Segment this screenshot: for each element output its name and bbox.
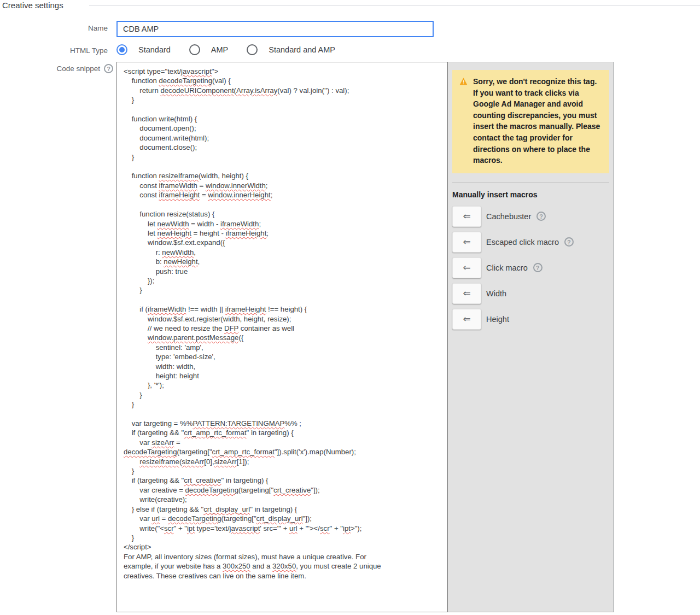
- tag-warning-box: Sorry, we don't recognize this tag. If y…: [452, 70, 609, 173]
- radio-option-label: Standard: [138, 45, 171, 54]
- insert-left-arrow-icon: ⇐: [463, 313, 470, 325]
- code-snippet-label: Code snippet: [56, 65, 100, 73]
- macro-row-width: ⇐ Width: [452, 283, 614, 304]
- insert-escaped-click-macro-button[interactable]: ⇐: [452, 232, 481, 253]
- help-icon[interactable]: ?: [533, 263, 542, 272]
- warning-text: Sorry, we don't recognize this tag. If y…: [473, 76, 603, 166]
- warning-icon: [459, 77, 468, 85]
- macro-label: Click macro: [486, 263, 528, 272]
- macro-label: Cachebuster: [486, 212, 531, 221]
- insert-left-arrow-icon: ⇐: [463, 288, 470, 299]
- html-type-radio-group: Standard AMP Standard and AMP: [116, 44, 354, 55]
- radio-icon[interactable]: [189, 44, 200, 55]
- radio-option-standard[interactable]: Standard: [116, 44, 171, 55]
- radio-icon[interactable]: [247, 44, 258, 55]
- radio-icon[interactable]: [116, 44, 127, 55]
- macro-list: ⇐ Cachebuster ? ⇐ Escaped click macro ? …: [448, 206, 614, 330]
- name-label: Name: [0, 24, 108, 32]
- macros-section-title: Manually insert macros: [452, 190, 614, 199]
- insert-left-arrow-icon: ⇐: [463, 210, 470, 222]
- radio-option-label: Standard and AMP: [269, 45, 335, 54]
- title-divider: [89, 5, 700, 6]
- radio-option-label: AMP: [211, 45, 228, 54]
- creative-settings-main: <script type="text/javascript"> function…: [116, 62, 614, 612]
- insert-height-button[interactable]: ⇐: [452, 309, 481, 330]
- macro-label: Escaped click macro: [486, 238, 559, 247]
- name-input[interactable]: [116, 21, 434, 37]
- code-snippet-label-row: Code snippet ?: [0, 64, 113, 73]
- insert-left-arrow-icon: ⇐: [463, 236, 470, 248]
- insert-click-macro-button[interactable]: ⇐: [452, 257, 481, 278]
- help-icon[interactable]: ?: [536, 212, 546, 221]
- insert-cachebuster-button[interactable]: ⇐: [452, 206, 481, 227]
- html-type-label: HTML Type: [0, 46, 108, 55]
- code-snippet-textarea[interactable]: <script type="text/javascript"> function…: [116, 62, 448, 612]
- radio-option-standard-and-amp[interactable]: Standard and AMP: [247, 44, 335, 55]
- insert-left-arrow-icon: ⇐: [463, 262, 470, 273]
- help-icon[interactable]: ?: [564, 237, 574, 247]
- panel-divider: [452, 182, 609, 183]
- page-title: Creative settings: [2, 1, 63, 10]
- insert-width-button[interactable]: ⇐: [452, 283, 481, 304]
- macro-row-height: ⇐ Height: [452, 309, 614, 330]
- macro-label: Height: [486, 315, 509, 324]
- macro-row-click-macro: ⇐ Click macro ?: [452, 257, 614, 278]
- help-icon[interactable]: ?: [104, 64, 113, 73]
- macro-label: Width: [486, 289, 506, 298]
- radio-option-amp[interactable]: AMP: [189, 44, 228, 55]
- macro-row-cachebuster: ⇐ Cachebuster ?: [452, 206, 614, 227]
- macro-row-escaped-click-macro: ⇐ Escaped click macro ?: [452, 232, 614, 253]
- macros-side-panel: Sorry, we don't recognize this tag. If y…: [448, 62, 614, 612]
